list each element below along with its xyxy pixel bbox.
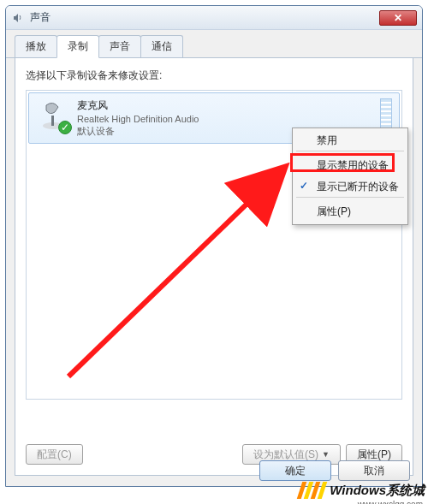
speaker-icon — [11, 11, 25, 25]
window-title: 声音 — [30, 10, 379, 25]
menu-item-disable[interactable]: 禁用 — [294, 130, 406, 155]
titlebar: 声音 ✕ — [6, 6, 422, 30]
microphone-icon: ✓ — [36, 98, 70, 133]
menu-item-properties[interactable]: 属性(P) — [294, 201, 406, 222]
watermark-stripes-icon — [300, 482, 324, 499]
close-icon: ✕ — [394, 12, 402, 24]
chevron-down-icon: ▼ — [322, 450, 330, 459]
check-icon: ✓ — [58, 121, 72, 134]
tab-recording[interactable]: 录制 — [56, 35, 99, 58]
ok-button[interactable]: 确定 — [259, 460, 331, 481]
tab-playback[interactable]: 播放 — [15, 35, 57, 57]
device-texts: 麦克风 Realtek High Definition Audio 默认设备 — [77, 98, 199, 138]
cancel-button[interactable]: 取消 — [338, 460, 410, 481]
watermark-url: www.wxclgg.com — [358, 500, 423, 504]
sound-settings-window: 声音 ✕ 播放 录制 声音 通信 选择以下录制设备来修改设置: ✓ — [5, 5, 423, 487]
device-status: 默认设备 — [77, 125, 199, 138]
tab-body: 选择以下录制设备来修改设置: ✓ 麦克风 Realtek High Defini… — [15, 58, 413, 476]
menu-item-show-disabled[interactable]: 显示禁用的设备 — [294, 155, 406, 176]
check-icon: ✓ — [300, 180, 308, 192]
watermark: Windows系统城 — [300, 482, 425, 499]
tabstrip: 播放 录制 声音 通信 — [6, 30, 422, 58]
tab-communications[interactable]: 通信 — [140, 35, 183, 57]
dialog-buttons: 确定 取消 — [259, 460, 410, 481]
close-button[interactable]: ✕ — [379, 10, 417, 26]
svg-rect-1 — [51, 116, 54, 126]
watermark-text: Windows系统城 — [330, 483, 425, 499]
menu-item-show-disconnected[interactable]: ✓ 显示已断开的设备 — [294, 176, 406, 201]
tab-sounds[interactable]: 声音 — [98, 35, 141, 57]
prompt-text: 选择以下录制设备来修改设置: — [26, 68, 402, 83]
device-name: 麦克风 — [77, 98, 199, 113]
context-menu: 禁用 显示禁用的设备 ✓ 显示已断开的设备 属性(P) — [292, 127, 408, 225]
configure-button[interactable]: 配置(C) — [26, 444, 83, 465]
device-subtitle: Realtek High Definition Audio — [77, 114, 199, 124]
